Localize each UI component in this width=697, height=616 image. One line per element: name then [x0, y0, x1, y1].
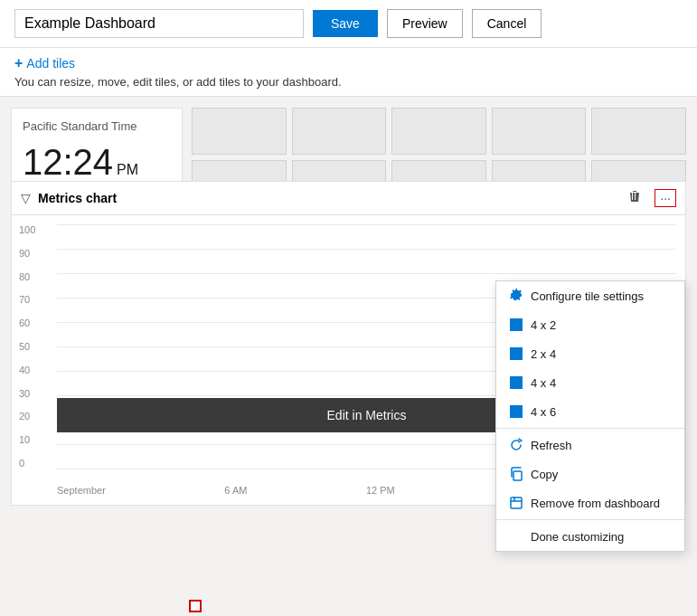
y-label-60: 60	[19, 317, 35, 328]
size-4x2-icon	[509, 317, 523, 332]
add-tiles-label: Add tiles	[26, 56, 75, 71]
menu-separator-2	[496, 519, 684, 520]
menu-remove-label: Remove from dashboard	[531, 497, 660, 510]
menu-done-label: Done customizing	[531, 530, 624, 544]
hint-text: You can resize, move, edit tiles, or add…	[14, 75, 683, 89]
menu-4x2-label: 4 x 2	[531, 318, 556, 332]
menu-copy-label: Copy	[531, 468, 558, 481]
y-label-0: 0	[19, 458, 35, 469]
plus-icon: +	[14, 55, 23, 71]
context-menu: Configure tile settings 4 x 2 2 x 4 4 x …	[495, 280, 685, 552]
y-label-80: 80	[19, 271, 35, 282]
svg-rect-1	[511, 498, 522, 508]
y-label-20: 20	[19, 411, 35, 422]
menu-4x6-label: 4 x 6	[531, 405, 556, 419]
resize-handle[interactable]	[189, 600, 202, 612]
menu-4x4-label: 4 x 4	[531, 376, 556, 390]
grid-tile	[391, 108, 486, 155]
menu-item-2x4[interactable]: 2 x 4	[496, 339, 684, 368]
grid-tile	[591, 108, 686, 155]
svg-rect-0	[513, 471, 522, 480]
x-label-12pm: 12 PM	[366, 485, 395, 496]
copy-icon	[509, 467, 523, 481]
menu-item-4x2[interactable]: 4 x 2	[496, 310, 684, 339]
done-icon	[509, 529, 523, 544]
size-4x4-icon	[509, 375, 523, 390]
save-button[interactable]: Save	[313, 10, 378, 37]
y-label-10: 10	[19, 434, 35, 445]
gear-icon	[509, 289, 523, 303]
delete-button[interactable]	[622, 187, 647, 209]
menu-item-done[interactable]: Done customizing	[496, 522, 684, 551]
x-label-september: September	[57, 485, 106, 496]
trash-icon	[627, 189, 642, 204]
y-label-50: 50	[19, 341, 35, 352]
preview-button[interactable]: Preview	[387, 9, 463, 38]
y-label-70: 70	[19, 294, 35, 305]
menu-separator-1	[496, 428, 684, 429]
clock-time: 12:24 PM	[23, 142, 171, 183]
menu-item-4x6[interactable]: 4 x 6	[496, 397, 684, 426]
menu-item-4x4[interactable]: 4 x 4	[496, 368, 684, 397]
menu-2x4-label: 2 x 4	[531, 347, 556, 361]
header: Save Preview Cancel	[0, 0, 697, 48]
menu-item-refresh[interactable]: Refresh	[496, 431, 684, 460]
y-label-100: 100	[19, 224, 35, 235]
funnel-icon: ▽	[21, 191, 31, 205]
grid-tile	[192, 108, 287, 155]
toolbar: + Add tiles You can resize, move, edit t…	[0, 48, 697, 97]
y-label-30: 30	[19, 388, 35, 399]
x-label-6am: 6 AM	[224, 485, 247, 496]
add-tiles-button[interactable]: + Add tiles	[14, 55, 683, 71]
size-4x6-icon	[509, 404, 523, 419]
grid-tile	[492, 108, 587, 155]
menu-configure-label: Configure tile settings	[531, 289, 644, 303]
y-label-40: 40	[19, 365, 35, 375]
clock-time-value: 12:24	[23, 142, 113, 183]
menu-item-remove[interactable]: Remove from dashboard	[496, 488, 684, 517]
menu-refresh-label: Refresh	[531, 439, 572, 452]
chart-y-labels: 100 90 80 70 60 50 40 30 20 10 0	[19, 224, 35, 469]
metrics-title: Metrics chart	[38, 191, 615, 205]
dashboard-title-input[interactable]	[14, 9, 304, 38]
ellipsis-button[interactable]: ···	[655, 189, 676, 207]
clock-timezone: Pacific Standard Time	[23, 119, 171, 133]
remove-icon	[509, 496, 523, 510]
metrics-header: ▽ Metrics chart ···	[12, 182, 685, 215]
clock-ampm: PM	[117, 162, 138, 178]
y-label-90: 90	[19, 248, 35, 259]
grid-tile	[292, 108, 387, 155]
size-2x4-icon	[509, 346, 523, 361]
menu-item-copy[interactable]: Copy	[496, 460, 684, 488]
cancel-button[interactable]: Cancel	[472, 9, 542, 38]
refresh-icon	[509, 438, 523, 452]
menu-item-configure[interactable]: Configure tile settings	[496, 281, 684, 310]
